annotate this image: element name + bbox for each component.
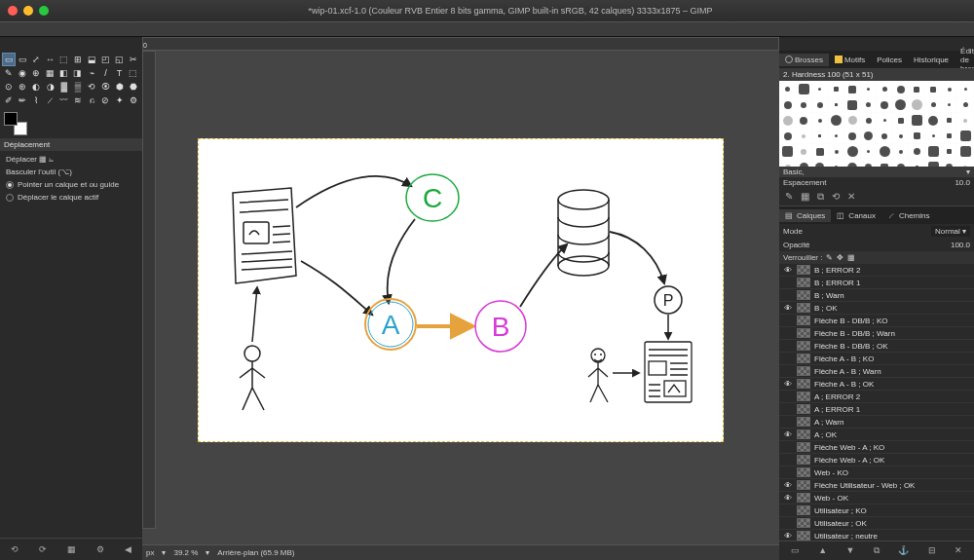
tool-32[interactable]: ⌇ — [29, 93, 43, 107]
brush-cell[interactable] — [797, 97, 812, 112]
brush-cell[interactable] — [877, 97, 892, 112]
layer-action-icon[interactable]: ▭ — [791, 545, 800, 556]
tool-23[interactable]: ◑ — [44, 80, 57, 93]
brush-cell[interactable] — [780, 129, 796, 143]
brush-cell[interactable] — [910, 144, 925, 159]
dock-tab[interactable]: Polices — [871, 54, 908, 66]
brush-action-icon[interactable]: ▦ — [801, 191, 809, 203]
visibility-toggle[interactable]: 👁 — [783, 380, 793, 389]
layer-row[interactable]: Flèche Web - A ; KO — [779, 441, 974, 454]
brush-cell[interactable] — [780, 144, 796, 159]
brush-cell[interactable] — [780, 97, 796, 112]
tool-18[interactable]: T — [113, 66, 127, 80]
tool-28[interactable]: ⬢ — [113, 80, 127, 93]
zoom-level[interactable]: 39.2 % — [173, 548, 198, 557]
layer-row[interactable]: 👁Flèche A - B ; OK — [779, 378, 974, 391]
brush-cell[interactable] — [829, 82, 844, 96]
tool-6[interactable]: ⬓ — [85, 53, 98, 66]
brush-cell[interactable] — [829, 113, 844, 128]
layer-row[interactable]: Flèche B - DB/B ; KO — [779, 315, 974, 327]
layer-row[interactable]: Flèche B - DB/B ; Warn — [779, 327, 974, 340]
dock-tab[interactable]: Brosses — [779, 54, 829, 66]
blend-mode-value[interactable]: Normal ▾ — [931, 226, 970, 237]
tool-19[interactable]: ⬚ — [127, 66, 140, 80]
brush-cell[interactable] — [829, 97, 844, 112]
brush-cell[interactable] — [910, 113, 925, 128]
brush-action-icon[interactable]: ✎ — [785, 191, 793, 203]
brush-cell[interactable] — [910, 160, 925, 167]
brush-cell[interactable] — [877, 82, 892, 96]
brush-cell[interactable] — [844, 160, 860, 167]
brush-cell[interactable] — [893, 129, 909, 143]
visibility-toggle[interactable]: 👁 — [783, 481, 793, 490]
brush-cell[interactable] — [942, 144, 957, 159]
dock-tab[interactable]: ▤Calques — [779, 209, 831, 222]
brush-cell[interactable] — [812, 129, 828, 143]
layer-row[interactable]: 👁Flèche Utilisateur - Web ; OK — [779, 479, 974, 492]
layer-action-icon[interactable]: ▼ — [846, 545, 855, 556]
brush-cell[interactable] — [877, 113, 892, 128]
brush-cell[interactable] — [829, 129, 844, 143]
layer-row[interactable]: Flèche A - B ; KO — [779, 353, 974, 365]
toolopt-footer-icon[interactable]: ◀ — [125, 544, 131, 554]
brush-cell[interactable] — [780, 82, 796, 96]
layer-row[interactable]: 👁Web - OK — [779, 492, 974, 504]
brush-cell[interactable] — [957, 97, 973, 112]
lock-pixels-icon[interactable]: ✎ — [826, 253, 833, 262]
brush-cell[interactable] — [844, 129, 860, 143]
brush-cell[interactable] — [910, 129, 925, 143]
tool-29[interactable]: ⬣ — [127, 80, 140, 93]
dock-tab[interactable]: ⟋Chemins — [881, 209, 936, 222]
tool-3[interactable]: ↔ — [44, 53, 57, 66]
unit-selector[interactable]: px — [146, 548, 154, 557]
canvas-page[interactable]: A B C — [198, 138, 724, 442]
tool-21[interactable]: ⊛ — [16, 80, 29, 93]
visibility-toggle[interactable]: 👁 — [783, 304, 793, 313]
brush-cell[interactable] — [844, 144, 860, 159]
brush-cell[interactable] — [812, 160, 828, 167]
tool-2[interactable]: ⤢ — [29, 53, 43, 66]
brush-cell[interactable] — [861, 82, 877, 96]
brush-cell[interactable] — [910, 97, 925, 112]
brush-category[interactable]: Basic, — [783, 168, 805, 176]
horizontal-ruler[interactable]: 0 — [142, 37, 779, 51]
brush-cell[interactable] — [893, 160, 909, 167]
brush-cell[interactable] — [797, 144, 812, 159]
brush-cell[interactable] — [925, 113, 941, 128]
visibility-toggle[interactable]: 👁 — [783, 266, 793, 275]
brush-cell[interactable] — [877, 144, 892, 159]
layer-row[interactable]: Utilisateur ; OK — [779, 517, 974, 530]
brush-cell[interactable] — [844, 82, 860, 96]
brush-cell[interactable] — [780, 113, 796, 128]
tool-14[interactable]: ◧ — [57, 66, 71, 80]
brush-cell[interactable] — [893, 82, 909, 96]
tool-4[interactable]: ⬚ — [57, 53, 71, 66]
brush-cell[interactable] — [829, 144, 844, 159]
tool-25[interactable]: ▒ — [71, 80, 85, 93]
brush-cell[interactable] — [797, 113, 812, 128]
brush-cell[interactable] — [861, 144, 877, 159]
tool-13[interactable]: ▦ — [44, 66, 57, 80]
brush-cell[interactable] — [925, 144, 941, 159]
visibility-toggle[interactable]: 👁 — [783, 430, 793, 439]
layer-row[interactable]: A ; ERROR 2 — [779, 391, 974, 403]
tool-8[interactable]: ◱ — [113, 53, 127, 66]
brush-action-icon[interactable]: ⟲ — [832, 191, 840, 203]
close-window-button[interactable] — [8, 6, 18, 16]
vertical-ruler[interactable] — [142, 51, 156, 529]
lock-position-icon[interactable]: ✥ — [837, 253, 843, 262]
layer-row[interactable]: Flèche B - DB/B ; OK — [779, 340, 974, 353]
brush-cell[interactable] — [957, 82, 973, 96]
brush-cell[interactable] — [942, 129, 957, 143]
canvas-background[interactable]: A B C — [156, 51, 766, 529]
brush-cell[interactable] — [957, 113, 973, 128]
visibility-toggle[interactable]: 👁 — [783, 494, 793, 503]
brush-cell[interactable] — [797, 82, 812, 96]
tool-0[interactable]: ▭ — [2, 53, 16, 66]
dropdown-icon[interactable]: ▾ — [966, 168, 970, 176]
lock-alpha-icon[interactable]: ▦ — [847, 253, 855, 262]
brush-cell[interactable] — [957, 144, 973, 159]
brush-cell[interactable] — [925, 82, 941, 96]
brush-cell[interactable] — [861, 160, 877, 167]
foreground-color[interactable] — [4, 112, 18, 126]
